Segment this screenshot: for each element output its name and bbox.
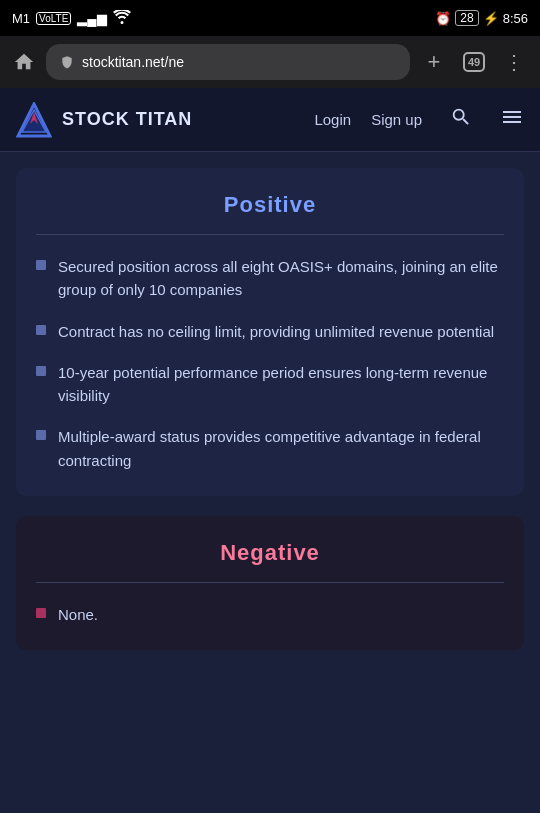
positive-item-3: 10-year potential performance period ens… [58, 361, 504, 408]
site-header: STOCK TITAN Login Sign up [0, 88, 540, 152]
site-nav: Login Sign up [314, 105, 524, 134]
time-display: 8:56 [503, 11, 528, 26]
home-button[interactable] [10, 48, 38, 76]
signal-icon: ▂▄▆ [77, 11, 106, 26]
browser-chrome: stocktitan.net/ne + 49 ⋮ [0, 36, 540, 88]
url-security-icon [58, 53, 76, 71]
more-menu-button[interactable]: ⋮ [498, 46, 530, 78]
status-right: ⏰ 28 ⚡ 8:56 [435, 10, 528, 26]
bullet-marker [36, 430, 46, 440]
url-bar[interactable]: stocktitan.net/ne [46, 44, 410, 80]
negative-item-1: None. [58, 603, 98, 626]
list-item: Secured position across all eight OASIS+… [36, 255, 504, 302]
bullet-marker [36, 260, 46, 270]
positive-divider [36, 234, 504, 235]
list-item: 10-year potential performance period ens… [36, 361, 504, 408]
hamburger-menu-icon[interactable] [500, 105, 524, 134]
list-item: None. [36, 603, 504, 626]
new-tab-button[interactable]: + [418, 46, 450, 78]
bullet-marker [36, 608, 46, 618]
negative-divider [36, 582, 504, 583]
carrier-label: M1 [12, 11, 30, 26]
negative-title: Negative [36, 540, 504, 566]
positive-section: Positive Secured position across all eig… [16, 168, 524, 496]
main-content: Positive Secured position across all eig… [0, 152, 540, 666]
logo-text: STOCK TITAN [62, 109, 192, 130]
charging-icon: ⚡ [483, 11, 499, 26]
positive-item-2: Contract has no ceiling limit, providing… [58, 320, 494, 343]
wifi-icon [113, 10, 131, 27]
login-link[interactable]: Login [314, 111, 351, 128]
bullet-marker [36, 325, 46, 335]
status-left: M1 VoLTE ▂▄▆ [12, 10, 131, 27]
positive-item-1: Secured position across all eight OASIS+… [58, 255, 504, 302]
negative-section: Negative None. [16, 516, 524, 650]
positive-item-4: Multiple-award status provides competiti… [58, 425, 504, 472]
tabs-count-badge: 49 [463, 52, 485, 72]
negative-list: None. [36, 603, 504, 626]
alarm-icon: ⏰ [435, 11, 451, 26]
search-icon[interactable] [450, 106, 472, 133]
status-bar: M1 VoLTE ▂▄▆ ⏰ 28 ⚡ 8:56 [0, 0, 540, 36]
positive-list: Secured position across all eight OASIS+… [36, 255, 504, 472]
bullet-marker [36, 366, 46, 376]
list-item: Multiple-award status provides competiti… [36, 425, 504, 472]
logo-area: STOCK TITAN [16, 102, 314, 138]
logo-icon [16, 102, 52, 138]
positive-title: Positive [36, 192, 504, 218]
battery-label: 28 [455, 10, 478, 26]
volte-badge: VoLTE [36, 12, 71, 25]
url-text: stocktitan.net/ne [82, 54, 184, 70]
signup-link[interactable]: Sign up [371, 111, 422, 128]
list-item: Contract has no ceiling limit, providing… [36, 320, 504, 343]
tabs-button[interactable]: 49 [458, 46, 490, 78]
